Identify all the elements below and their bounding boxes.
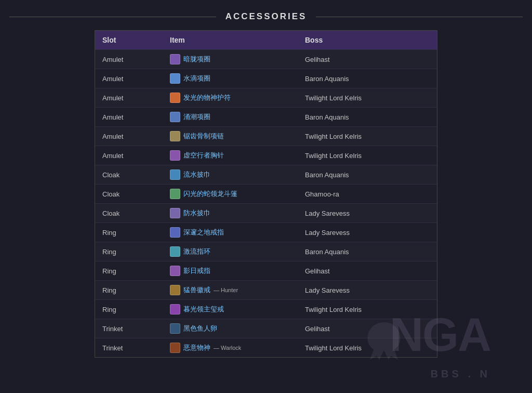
cell-item: 黑色鱼人卵 (170, 323, 305, 334)
cell-slot: Cloak (102, 209, 170, 217)
item-name: 水滴项圈 (183, 74, 210, 83)
cell-boss: Lady Sarevess (305, 286, 430, 294)
item-name: 暗胧项圈 (183, 55, 210, 64)
cell-slot: Trinket (102, 325, 170, 333)
header-boss: Boss (305, 36, 430, 44)
item-icon (170, 323, 180, 334)
item-icon (170, 304, 180, 315)
item-icon (170, 227, 180, 238)
item-icon (170, 266, 180, 276)
cell-slot: Ring (102, 306, 170, 313)
item-icon (170, 208, 180, 218)
item-class-tag: — Warlock (214, 345, 241, 351)
item-icon (170, 189, 180, 199)
cell-item: 影日戒指 (170, 266, 305, 276)
cell-item: 恶意物神— Warlock (170, 343, 305, 353)
cell-slot: Ring (102, 286, 170, 294)
table-row: Amulet涌潮项圈Baron Aquanis (95, 107, 437, 126)
table-row: Ring影日戒指Gelihast (95, 261, 437, 280)
item-name: 闪光的蛇领龙斗篷 (183, 189, 237, 199)
table-row: Ring暮光领主玺戒Twilight Lord Kelris (95, 299, 437, 319)
cell-boss: Ghamoo-ra (305, 190, 430, 198)
item-icon (170, 285, 180, 295)
item-name: 暮光领主玺戒 (183, 305, 224, 314)
table-row: Ring深邃之地戒指Lady Sarevess (95, 222, 437, 242)
item-name: 发光的物神护符 (183, 93, 231, 102)
cell-slot: Amulet (102, 75, 170, 83)
item-icon (170, 169, 180, 180)
item-icon (170, 150, 180, 161)
cell-boss: Gelihast (305, 267, 430, 275)
table-row: Amulet发光的物神护符Twilight Lord Kelris (95, 88, 437, 107)
cell-item: 暮光领主玺戒 (170, 304, 305, 315)
cell-slot: Amulet (102, 56, 170, 63)
item-class-tag: — Hunter (214, 287, 238, 293)
item-icon (170, 73, 180, 84)
section-title-wrapper: ACCESSORIES (0, 0, 532, 30)
item-icon (170, 131, 180, 141)
cell-boss: Twilight Lord Kelris (305, 344, 430, 352)
cell-item: 激流指环 (170, 246, 305, 257)
cell-item: 涌潮项圈 (170, 112, 305, 122)
item-icon (170, 54, 180, 64)
cell-slot: Amulet (102, 152, 170, 160)
table-row: Cloak流水披巾Baron Aquanis (95, 165, 437, 184)
cell-boss: Twilight Lord Kelris (305, 152, 430, 160)
cell-slot: Cloak (102, 171, 170, 179)
cell-item: 防水披巾 (170, 208, 305, 218)
item-name: 防水披巾 (183, 208, 210, 218)
cell-slot: Ring (102, 267, 170, 275)
cell-slot: Amulet (102, 94, 170, 102)
table-row: Trinket恶意物神— WarlockTwilight Lord Kelris (95, 338, 437, 357)
cell-boss: Lady Sarevess (305, 209, 430, 217)
table-header: Slot Item Boss (95, 31, 437, 49)
cell-item: 虚空行者胸针 (170, 150, 305, 161)
item-name: 虚空行者胸针 (183, 151, 224, 160)
section-title: ACCESSORIES (225, 11, 307, 22)
table-row: Cloak防水披巾Lady Sarevess (95, 203, 437, 222)
cell-item: 深邃之地戒指 (170, 227, 305, 238)
header-slot: Slot (102, 36, 170, 44)
title-line-left (9, 17, 216, 17)
table-row: Cloak闪光的蛇领龙斗篷Ghamoo-ra (95, 184, 437, 203)
cell-slot: Ring (102, 229, 170, 237)
item-name: 锯齿骨制项链 (183, 132, 224, 141)
cell-item: 暗胧项圈 (170, 54, 305, 64)
item-icon (170, 246, 180, 257)
item-icon (170, 343, 180, 353)
cell-slot: Amulet (102, 113, 170, 121)
table-row: Ring激流指环Baron Aquanis (95, 242, 437, 261)
item-name: 流水披巾 (183, 170, 210, 179)
table-row: Amulet虚空行者胸针Twilight Lord Kelris (95, 146, 437, 165)
cell-slot: Trinket (102, 344, 170, 352)
table-row: Amulet暗胧项圈Gelihast (95, 49, 437, 69)
title-line-right (316, 17, 523, 17)
cell-boss: Baron Aquanis (305, 75, 430, 83)
cell-boss: Gelihast (305, 56, 430, 63)
cell-boss: Lady Sarevess (305, 229, 430, 237)
table-row: Amulet锯齿骨制项链Twilight Lord Kelris (95, 126, 437, 146)
cell-boss: Twilight Lord Kelris (305, 306, 430, 313)
item-icon (170, 112, 180, 122)
item-name: 涌潮项圈 (183, 112, 210, 122)
table-row: Ring猛兽徽戒— HunterLady Sarevess (95, 280, 437, 299)
table-row: Amulet水滴项圈Baron Aquanis (95, 69, 437, 88)
cell-boss: Baron Aquanis (305, 113, 430, 121)
item-name: 猛兽徽戒 (183, 285, 210, 295)
cell-slot: Cloak (102, 190, 170, 198)
cell-item: 锯齿骨制项链 (170, 131, 305, 141)
cell-slot: Ring (102, 248, 170, 256)
table-row: Trinket黑色鱼人卵Gelihast (95, 319, 437, 338)
table-body: Amulet暗胧项圈GelihastAmulet水滴项圈Baron Aquani… (95, 49, 437, 357)
item-name: 黑色鱼人卵 (183, 324, 217, 333)
accessories-table: Slot Item Boss Amulet暗胧项圈GelihastAmulet水… (95, 30, 437, 358)
cell-slot: Amulet (102, 133, 170, 140)
cell-item: 猛兽徽戒— Hunter (170, 285, 305, 295)
cell-item: 流水披巾 (170, 169, 305, 180)
cell-boss: Baron Aquanis (305, 248, 430, 256)
item-name: 激流指环 (183, 247, 210, 256)
cell-boss: Baron Aquanis (305, 171, 430, 179)
cell-item: 发光的物神护符 (170, 93, 305, 103)
item-icon (170, 93, 180, 103)
cell-item: 闪光的蛇领龙斗篷 (170, 189, 305, 199)
